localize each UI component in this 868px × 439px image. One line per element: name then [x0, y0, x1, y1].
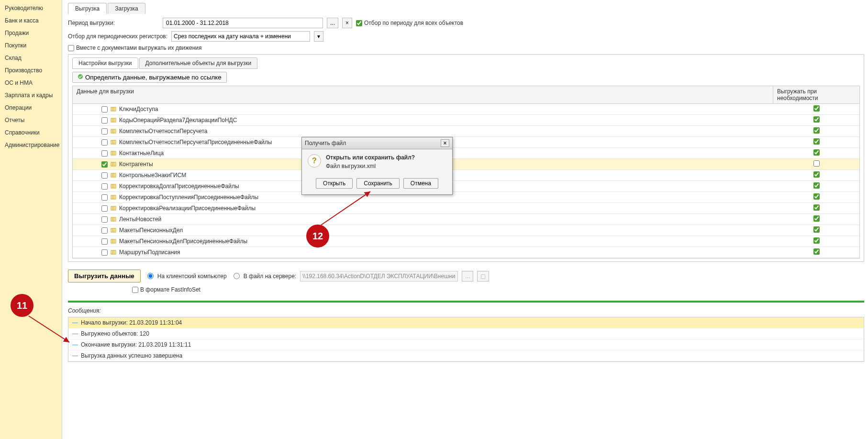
period-clear-button[interactable]: × — [342, 18, 352, 28]
row-export-checkbox[interactable] — [101, 117, 108, 124]
dialog-close-button[interactable]: × — [441, 139, 449, 147]
table-row[interactable]: КодыОперацийРаздела7ДекларацииПоНДС — [73, 115, 859, 126]
periodic-label: Отбор для периодических регистров: — [68, 33, 167, 40]
row-necessary-checkbox[interactable] — [813, 226, 820, 233]
svg-rect-34 — [111, 228, 116, 232]
tab-export[interactable]: Выгрузка — [68, 3, 107, 14]
row-export-checkbox[interactable] — [101, 183, 108, 190]
row-necessary-checkbox[interactable] — [813, 248, 820, 255]
table-row[interactable]: КорректировкаРеализацииПрисоединенныеФай… — [73, 203, 859, 214]
sidebar-item[interactable]: Склад — [0, 52, 62, 64]
sidebar-item[interactable]: Зарплата и кадры — [0, 89, 62, 101]
sidebar-item[interactable]: Администрирование — [0, 139, 62, 151]
row-export-checkbox[interactable] — [101, 249, 108, 256]
table-row[interactable]: КорректировкаПоступленияПрисоединенныеФа… — [73, 192, 859, 203]
period-label: Период выгрузки: — [68, 20, 159, 26]
row-name: КорректировкаДолгаПрисоединенныеФайлы — [119, 183, 239, 190]
subtab-additional[interactable]: Дополнительные объекты для выгрузки — [139, 57, 258, 69]
message-row: —Выгружено объектов: 120 — [68, 328, 864, 339]
sidebar-item[interactable]: Операции — [0, 101, 62, 114]
catalog-icon — [111, 238, 116, 244]
svg-rect-25 — [111, 195, 116, 199]
fastinfo-wrap[interactable]: В формате FastInfoSet — [132, 286, 200, 293]
table-row[interactable]: КонтактныеЛица — [73, 148, 859, 159]
table-row[interactable]: КонтрольныеЗнакиГИСМ — [73, 170, 859, 181]
table-row[interactable]: КомплектыОтчетностиПерсучетаПрисоединенн… — [73, 137, 859, 148]
dialog-save-button[interactable]: Сохранить — [356, 178, 400, 189]
sidebar-item[interactable]: Отчеты — [0, 114, 62, 126]
row-necessary-checkbox[interactable] — [813, 138, 820, 145]
determine-data-button[interactable]: Определить данные, выгружаемые по ссылке — [72, 72, 227, 83]
row-name: КодыОперацийРаздела7ДекларацииПоНДС — [119, 117, 237, 124]
question-icon: ? — [308, 154, 321, 168]
row-export-checkbox[interactable] — [101, 161, 108, 168]
filter-all-checkbox-wrap[interactable]: Отбор по периоду для всех объектов — [356, 20, 463, 26]
table-row[interactable]: КомплектыОтчетностиПерсучета — [73, 126, 859, 137]
row-export-checkbox[interactable] — [101, 205, 108, 212]
row-export-checkbox[interactable] — [101, 172, 108, 179]
row-name: КонтактныеЛица — [119, 150, 164, 157]
row-necessary-checkbox[interactable] — [813, 182, 820, 189]
top-tabs: Выгрузка Загрузка — [68, 3, 864, 14]
table-row[interactable]: МакетыПенсионныхДел — [73, 225, 859, 236]
svg-rect-7 — [111, 129, 116, 133]
row-necessary-checkbox[interactable] — [813, 193, 820, 200]
export-moves-checkbox[interactable] — [68, 45, 74, 51]
row-necessary-checkbox[interactable] — [813, 171, 820, 178]
row-necessary-checkbox[interactable] — [813, 149, 820, 156]
row-necessary-checkbox[interactable] — [813, 160, 820, 167]
radio-client[interactable] — [147, 273, 154, 279]
row-necessary-checkbox[interactable] — [813, 127, 820, 134]
message-row: —Выгрузка данных успешно завершена — [68, 350, 864, 361]
row-export-checkbox[interactable] — [101, 139, 108, 146]
period-ellipsis-button[interactable]: ... — [327, 18, 338, 28]
table-row[interactable]: Контрагенты — [73, 159, 859, 170]
radio-server-wrap[interactable]: В файл на сервере: — [231, 273, 297, 280]
period-input[interactable] — [163, 18, 323, 28]
row-export-checkbox[interactable] — [101, 216, 108, 223]
sidebar-item[interactable]: Справочники — [0, 126, 62, 139]
subtab-settings[interactable]: Настройки выгрузки — [72, 57, 138, 69]
radio-server[interactable] — [234, 273, 240, 279]
table-row[interactable]: МакетыПенсионныхДелПрисоединенныеФайлы — [73, 236, 859, 247]
sidebar-item[interactable]: ОС и НМА — [0, 77, 62, 89]
sidebar-item[interactable]: Производство — [0, 64, 62, 77]
catalog-icon — [111, 139, 116, 145]
dialog-question: Открыть или сохранить файл? — [326, 154, 415, 161]
row-export-checkbox[interactable] — [101, 106, 108, 113]
table-row[interactable]: КорректировкаДолгаПрисоединенныеФайлы — [73, 181, 859, 192]
dialog-cancel-button[interactable]: Отмена — [403, 178, 438, 189]
data-table: Данные для выгрузки Выгружать при необхо… — [72, 86, 860, 259]
row-necessary-checkbox[interactable] — [813, 215, 820, 222]
dialog-open-button[interactable]: Открыть — [316, 178, 353, 189]
message-text: Выгружено объектов: 120 — [81, 330, 149, 337]
periodic-select[interactable] — [171, 31, 310, 42]
row-necessary-checkbox[interactable] — [813, 105, 820, 112]
sidebar-item[interactable]: Покупки — [0, 39, 62, 52]
export-data-button[interactable]: Выгрузить данные — [68, 270, 141, 282]
row-necessary-checkbox[interactable] — [813, 116, 820, 123]
export-moves-label: Вместе с документами выгружать их движен… — [76, 45, 202, 51]
table-row[interactable]: КлючиДоступа — [73, 104, 859, 115]
messages-title: Сообщения: — [68, 307, 864, 314]
row-export-checkbox[interactable] — [101, 128, 108, 135]
export-moves-wrap[interactable]: Вместе с документами выгружать их движен… — [68, 45, 202, 51]
tab-import[interactable]: Загрузка — [108, 3, 145, 14]
periodic-dropdown-button[interactable]: ▾ — [314, 31, 323, 42]
row-export-checkbox[interactable] — [101, 238, 108, 245]
filter-all-checkbox[interactable] — [356, 20, 362, 26]
row-name: КонтрольныеЗнакиГИСМ — [119, 172, 186, 179]
row-export-checkbox[interactable] — [101, 227, 108, 234]
sidebar-item[interactable]: Продажи — [0, 27, 62, 39]
row-export-checkbox[interactable] — [101, 150, 108, 157]
table-row[interactable]: МаршрутыПодписания — [73, 247, 859, 258]
row-necessary-checkbox[interactable] — [813, 237, 820, 244]
sidebar-item[interactable]: Руководителю — [0, 2, 62, 14]
row-export-checkbox[interactable] — [101, 194, 108, 201]
row-necessary-checkbox[interactable] — [813, 204, 820, 211]
determine-data-label: Определить данные, выгружаемые по ссылке — [85, 74, 222, 81]
fastinfo-checkbox[interactable] — [132, 287, 138, 293]
table-row[interactable]: ЛентыНовостей — [73, 214, 859, 225]
sidebar-item[interactable]: Банк и касса — [0, 14, 62, 27]
radio-client-wrap[interactable]: На клиентский компьютер — [145, 273, 227, 280]
